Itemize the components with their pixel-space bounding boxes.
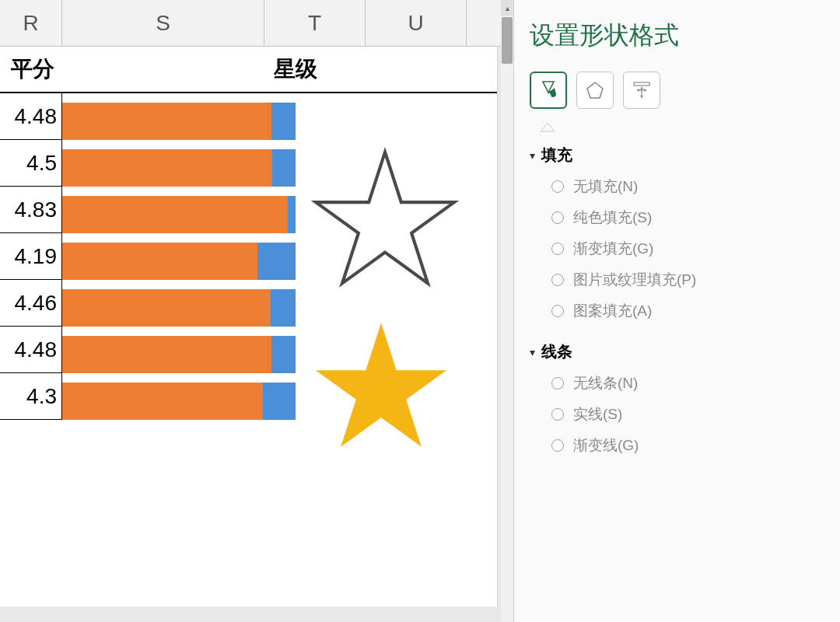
- scroll-up-button[interactable]: ▴: [501, 0, 513, 16]
- fill-options: 无填充(N) 纯色填充(S) 渐变填充(G) 图片或纹理填充(P) 图案填充(A…: [551, 176, 824, 321]
- radio-icon: [551, 305, 564, 317]
- tab-size[interactable]: [623, 72, 660, 109]
- chevron-down-icon: ▾: [530, 346, 535, 358]
- score-value: 4.3: [0, 373, 62, 420]
- score-column-header: 平分: [0, 54, 62, 84]
- fill-section-title: 填充: [541, 145, 572, 166]
- line-section-toggle[interactable]: ▾ 线条: [530, 341, 824, 362]
- chart-header-row: 平分 星级: [0, 47, 497, 93]
- star-column-header: 星级: [62, 54, 497, 84]
- radio-label: 图片或纹理填充(P): [573, 270, 696, 290]
- svg-marker-0: [316, 152, 454, 284]
- fill-picture-option[interactable]: 图片或纹理填充(P): [551, 270, 824, 290]
- fill-section: ▾ 填充 无填充(N) 纯色填充(S) 渐变填充(G) 图片或纹理填充(P): [530, 145, 824, 321]
- svg-marker-11: [541, 123, 555, 131]
- svg-marker-9: [637, 89, 639, 92]
- panel-title: 设置形状格式: [530, 19, 824, 53]
- bar-row[interactable]: [62, 98, 497, 145]
- size-icon: [631, 79, 653, 101]
- radio-icon: [551, 211, 564, 224]
- svg-marker-3: [587, 82, 603, 98]
- star-filled-shape[interactable]: [311, 319, 451, 451]
- radio-label: 实线(S): [573, 404, 622, 425]
- line-section: ▾ 线条 无线条(N) 实线(S) 渐变线(G): [530, 341, 824, 456]
- svg-marker-8: [640, 96, 643, 98]
- score-column: 4.48 4.5 4.83 4.19 4.46 4.48 4.3: [0, 93, 62, 429]
- col-header-s[interactable]: S: [62, 0, 264, 46]
- col-header-u[interactable]: U: [366, 0, 467, 46]
- pentagon-icon: [584, 79, 606, 101]
- tab-effects[interactable]: [576, 72, 614, 109]
- radio-label: 图案填充(A): [573, 301, 652, 321]
- line-section-title: 线条: [541, 341, 572, 362]
- paint-bucket-icon: [537, 79, 560, 102]
- col-header-r[interactable]: R: [0, 0, 62, 46]
- radio-icon: [551, 180, 564, 193]
- tab-pointer: [536, 123, 824, 132]
- col-header-t[interactable]: T: [264, 0, 366, 46]
- fill-solid-option[interactable]: 纯色填充(S): [551, 208, 824, 228]
- score-value: 4.48: [0, 93, 62, 140]
- radio-label: 无填充(N): [573, 176, 638, 197]
- radio-label: 渐变线(G): [573, 435, 639, 456]
- column-headers-row: R S T U: [0, 0, 513, 47]
- fill-gradient-option[interactable]: 渐变填充(G): [551, 239, 824, 259]
- radio-icon: [551, 408, 564, 421]
- radio-icon: [551, 274, 564, 286]
- svg-marker-1: [316, 323, 446, 446]
- svg-marker-10: [644, 89, 646, 92]
- panel-tabs: [530, 72, 824, 109]
- star-outline-shape[interactable]: [311, 148, 459, 288]
- score-value: 4.48: [0, 327, 62, 373]
- score-value: 4.46: [0, 280, 62, 327]
- radio-label: 渐变填充(G): [573, 239, 653, 259]
- line-options: 无线条(N) 实线(S) 渐变线(G): [551, 373, 824, 456]
- radio-icon: [551, 243, 564, 255]
- chevron-down-icon: ▾: [530, 149, 535, 162]
- line-gradient-option[interactable]: 渐变线(G): [551, 435, 824, 456]
- fill-none-option[interactable]: 无填充(N): [551, 176, 824, 197]
- embedded-chart[interactable]: 平分 星级 4.48 4.5 4.83 4.19 4.46 4.48 4.3: [0, 47, 498, 606]
- scroll-thumb[interactable]: [502, 17, 513, 64]
- star-shapes: [311, 148, 459, 451]
- radio-label: 纯色填充(S): [573, 208, 652, 228]
- line-none-option[interactable]: 无线条(N): [551, 373, 824, 393]
- worksheet-area: R S T U 平分 星级 4.48 4.5 4.83 4.19 4.46 4.…: [0, 0, 513, 622]
- vertical-scrollbar[interactable]: ▴: [501, 0, 513, 622]
- fill-pattern-option[interactable]: 图案填充(A): [551, 301, 824, 321]
- score-value: 4.5: [0, 140, 62, 187]
- tab-fill-line[interactable]: [530, 72, 567, 109]
- score-value: 4.83: [0, 187, 62, 233]
- line-solid-option[interactable]: 实线(S): [551, 404, 824, 425]
- fill-section-toggle[interactable]: ▾ 填充: [530, 145, 824, 166]
- svg-rect-4: [634, 82, 649, 86]
- radio-icon: [551, 439, 564, 452]
- radio-icon: [551, 377, 564, 390]
- score-value: 4.19: [0, 233, 62, 280]
- svg-marker-7: [640, 87, 643, 89]
- format-shape-panel: 设置形状格式: [513, 0, 840, 622]
- radio-label: 无线条(N): [573, 373, 638, 393]
